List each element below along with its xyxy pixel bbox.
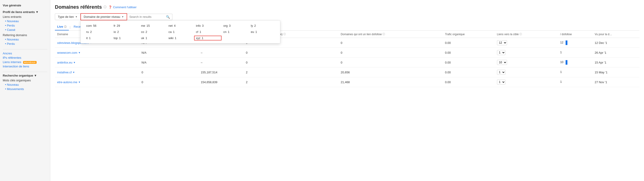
sidebar-item-liens-casse[interactable]: • Cassé <box>3 28 47 32</box>
domain-chevron-1[interactable]: ▼ <box>78 52 80 54</box>
dropdown-item-eu[interactable]: eu 1 <box>249 30 276 34</box>
dropdown-item-io[interactable]: io 2 <box>112 30 139 34</box>
cell-domain-4: etre-autono.me ▼ <box>55 77 139 87</box>
cell-liens-val-4: 1 <box>558 77 592 87</box>
sidebar-liens-entrants-label: Liens entrants <box>3 15 47 18</box>
cell-liens-val-1: 1 <box>558 48 592 58</box>
domain-link-3[interactable]: instafree.cf <box>57 70 72 74</box>
cell-trafic-4: 0.00 <box>442 77 494 87</box>
table-row: antiinfox.eu ▼ N/A – 0 0 0.00 10 10 15 A… <box>55 58 640 68</box>
sidebar-item-referring-nouveau[interactable]: • Nouveau <box>3 37 47 42</box>
page-info-icon[interactable]: ⓘ <box>104 5 106 9</box>
table-row: etre-autono.me ▼ 0 154,658,839 2 21,468 … <box>55 77 640 87</box>
table-row: instafree.cf ▼ 0 155,187,514 2 20,656 0.… <box>55 68 640 77</box>
domain-link-2[interactable]: antiinfox.eu <box>57 61 72 64</box>
page-title: Domaines référents <box>55 4 102 10</box>
search-wrapper: 🔍 <box>127 14 172 20</box>
cell-rang-domaine-2: N/A <box>139 58 198 68</box>
sidebar-mots-cles: Mots clés organiques <box>3 78 47 82</box>
search-input[interactable] <box>130 15 166 18</box>
filter-bar: Type de lien ▼ Domaine de premier niveau… <box>55 13 640 20</box>
cell-date-4: 27 Nov '1 <box>592 77 640 87</box>
dropdown-item-ca[interactable]: ca 1 <box>167 30 194 34</box>
dropdown-item-ly[interactable]: ly 2 <box>249 23 276 28</box>
cell-date-2: 15 Apr '1 <box>592 58 640 68</box>
liens-select-0[interactable]: 12 <box>497 40 507 45</box>
dropdown-item-co[interactable]: co 2 <box>139 30 167 34</box>
dropdown-item-top[interactable]: top 1 <box>112 36 139 40</box>
dropdown-item-ru[interactable]: ru 2 <box>84 30 112 34</box>
dropdown-item-com[interactable]: com 56 <box>84 23 112 28</box>
dropdown-row-1: com 56 fr 29 me 15 net 4 info 3 org 3 ly… <box>84 23 276 28</box>
dropdown-item-me[interactable]: me 15 <box>139 23 167 28</box>
sidebar-item-mots-cles-mouvements[interactable]: • Mouvements <box>3 87 47 91</box>
sidebar-intersection[interactable]: Intersection de liens <box>3 64 47 68</box>
th-domaines-dofollow: Domaines qui ont un lien dofollow ⓘ <box>338 30 442 38</box>
th-trafic: Trafic organique <box>442 30 494 38</box>
how-to-use-link[interactable]: ❓ Comment l'utiliser <box>108 6 136 9</box>
liens-select-1[interactable]: 1 <box>497 50 506 55</box>
domain-link-1[interactable]: wowwcom.com <box>57 51 77 54</box>
dropdown-item-uk[interactable]: uk 1 <box>139 36 167 40</box>
sidebar-item-mots-cles-nouveau[interactable]: • Nouveau <box>3 82 47 87</box>
bar-empty-${i} <box>562 50 564 55</box>
sidebar-referring-label: Referring domains <box>3 33 47 37</box>
dropdown-item-cn[interactable]: cn 1 <box>222 30 249 34</box>
cell-domain-1: wowwcom.com ▼ <box>55 48 139 58</box>
type-lien-button[interactable]: Type de lien ▼ <box>55 14 80 20</box>
dropdown-item-net[interactable]: net 4 <box>167 23 194 28</box>
tab-live-info[interactable]: ⓘ <box>64 25 66 28</box>
cell-liens-select-4: 1 <box>495 77 558 87</box>
dropdown-item-fr[interactable]: fr 29 <box>112 23 139 28</box>
sidebar-profil-liens[interactable]: Profil de liens entrants ▼ <box>3 10 47 14</box>
how-to-use-icon: ❓ <box>108 6 112 9</box>
cell-domaines-dofollow-4: 21,468 <box>338 77 442 87</box>
cell-rang-ahrefs-2: – <box>198 58 244 68</box>
sidebar-item-liens-nouveau[interactable]: • Nouveau <box>3 19 47 23</box>
dropdown-item-org[interactable]: org 3 <box>222 23 249 28</box>
sidebar-liens-internes[interactable]: Liens internes NOUVEAUX <box>3 60 47 64</box>
dropdown-item-cf[interactable]: cf 1 <box>194 30 222 34</box>
domain-chevron-3[interactable]: ▼ <box>73 71 75 74</box>
bar-chart-${i} <box>566 40 568 45</box>
sidebar-vue-generale[interactable]: Vue générale <box>3 4 47 7</box>
dropdown-item-wiki[interactable]: wiki 1 <box>167 36 194 40</box>
domaine-dropdown-button[interactable]: Domaine de premier niveau ▼ <box>80 13 127 20</box>
domain-chevron-2[interactable]: ▼ <box>74 61 76 64</box>
sidebar-item-liens-perdu[interactable]: • Perdu <box>3 23 47 28</box>
domaine-chevron: ▼ <box>122 16 124 18</box>
th-liens-cible-info[interactable]: ⓘ <box>520 32 522 36</box>
dropdown-item-xyz[interactable]: xyz 1 <box>194 36 222 40</box>
cell-trafic-0: 0.00 <box>442 38 494 48</box>
dropdown-item-it[interactable]: it 1 <box>84 36 112 40</box>
cell-rang-domaine-1: N/A <box>139 48 198 58</box>
dropdown-item-info[interactable]: info 3 <box>194 23 222 28</box>
cell-liens-select-3: 1 <box>495 68 558 77</box>
sidebar-item-referring-perdu[interactable]: • Perdu <box>3 42 47 46</box>
cell-domaines-dofollow-1: 0 <box>338 48 442 58</box>
cell-domaines-dofollow-2: 0 <box>338 58 442 68</box>
domain-chevron-4[interactable]: ▼ <box>78 81 80 84</box>
page-title-row: Domaines référents ⓘ ❓ Comment l'utilise… <box>55 4 640 10</box>
domain-link-4[interactable]: etre-autono.me <box>57 80 77 84</box>
th-vu: Vu pour la d… <box>592 30 640 38</box>
liens-select-4[interactable]: 1 <box>497 80 506 84</box>
cell-domaines-ref-3: 2 <box>244 68 338 77</box>
sidebar-ips[interactable]: IPs référentes <box>3 56 47 60</box>
tab-divider: | <box>70 25 70 29</box>
liens-select-3[interactable]: 1 <box>497 70 506 75</box>
sidebar-recherche[interactable]: Recherche organique ▼ <box>3 74 47 77</box>
sidebar: Vue générale Profil de liens entrants ▼ … <box>0 0 50 181</box>
cell-liens-select-0: 12 <box>495 38 558 48</box>
th-dofollow-info[interactable]: ⓘ <box>382 32 385 36</box>
cell-trafic-1: 0.00 <box>442 48 494 58</box>
cell-domaines-ref-4: 2 <box>244 77 338 87</box>
table-row: wowwcom.com ▼ N/A – 0 0 0.00 1 1 26 Apr … <box>55 48 640 58</box>
liens-select-2[interactable]: 10 <box>497 60 507 65</box>
sidebar-ancres[interactable]: Ancres <box>3 51 47 56</box>
th-domaines-ref-info[interactable]: ⓘ <box>283 32 286 36</box>
domaine-dropdown-panel: com 56 fr 29 me 15 net 4 info 3 org 3 ly… <box>80 20 280 44</box>
search-icon[interactable]: 🔍 <box>166 15 170 19</box>
tab-live[interactable]: Live ⓘ <box>55 24 69 30</box>
bar-empty-${i} <box>562 70 564 74</box>
